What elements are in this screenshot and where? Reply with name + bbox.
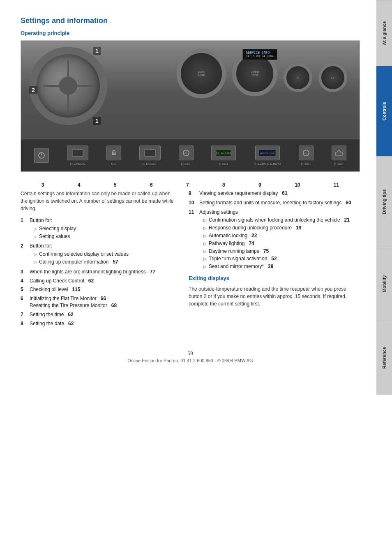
img-num-7: 7 xyxy=(186,182,189,188)
page-number: 59 xyxy=(21,351,360,356)
tab-at-glance[interactable]: At a glance xyxy=(376,0,392,66)
list-item-1: 1 Button for: ▷ Selecting display ▷ Sett… xyxy=(21,217,176,240)
tab-driving-tips[interactable]: Driving tips xyxy=(376,156,392,247)
list-item-2: 2 Button for: ▷ Confirming selected disp… xyxy=(21,243,176,266)
instrument-9: SERVICE-INFO ▷ SERVICE-INFO xyxy=(254,146,281,166)
list-item-7: 7 Setting the time 62 xyxy=(21,311,176,318)
img-num-4: 4 xyxy=(78,182,81,188)
img-num-6: 6 xyxy=(150,182,153,188)
exiting-displays-section: Exiting displays The outside-temperature… xyxy=(189,275,360,308)
img-num-3: 3 xyxy=(42,182,44,188)
instrument-11: ▷ SET xyxy=(332,146,346,166)
page-title: Settings and information xyxy=(21,16,360,25)
exiting-displays-title: Exiting displays xyxy=(189,275,360,281)
right-list: 9 Viewing service requirement display 61… xyxy=(189,190,360,271)
number-strip: 3 4 5 6 7 8 9 10 11 xyxy=(21,180,360,190)
subitem-automatic-locking: ▷ Automatic locking 22 xyxy=(199,232,350,239)
info-display: SERVICE-INFO 14:15 08.04.2004 xyxy=(242,49,277,60)
subitem-seat-mirror: ▷ Seat and mirror memory* 39 xyxy=(199,263,350,270)
tab-reference[interactable]: Reference xyxy=(376,321,392,395)
svg-text:i: i xyxy=(306,152,307,155)
subitem-daytime-running: ▷ Daytime running lamps 75 xyxy=(199,248,350,255)
img-num-9: 9 xyxy=(258,182,261,188)
footer: 59 Online Edition for Part no. 01 41 2 6… xyxy=(21,347,360,363)
subitem-selecting-display: ▷ Selecting display xyxy=(30,225,76,232)
tab-controls[interactable]: Controls xyxy=(376,66,392,156)
instrument-5: OIL xyxy=(106,146,121,166)
left-column: Certain settings and information can onl… xyxy=(21,190,176,330)
side-tabs: At a glance Controls Driving tips Mobili… xyxy=(376,0,392,555)
img-num-5: 5 xyxy=(114,182,117,188)
intro-text: Certain settings and information can onl… xyxy=(21,190,176,212)
main-content: Settings and information Operating princ… xyxy=(0,0,376,379)
list-item-5: 5 Checking oil level 115 xyxy=(21,286,176,293)
right-list-item-10: 10 Setting formats and units of measure,… xyxy=(189,199,360,206)
instrument-3 xyxy=(34,148,49,163)
img-num-8: 8 xyxy=(222,182,225,188)
right-column: 9 Viewing service requirement display 61… xyxy=(189,190,360,330)
right-list-item-11: 11 Adjusting settings ▷ Confirmation sig… xyxy=(189,209,360,271)
subitem-setting-values: ▷ Setting values xyxy=(30,233,76,240)
instrument-6: ▷ RESET xyxy=(139,146,161,166)
left-list: 1 Button for: ▷ Selecting display ▷ Sett… xyxy=(21,217,176,327)
img-num-10: 10 xyxy=(295,182,300,188)
right-list-item-9: 9 Viewing service requirement display 61 xyxy=(189,190,360,197)
subitem-confirmation-signals: ▷ Confirmation signals when locking and … xyxy=(199,217,350,224)
callout-2: 2 xyxy=(29,86,37,94)
svg-rect-2 xyxy=(72,150,83,156)
callout-1-top: 1 xyxy=(93,47,101,55)
instrument-4: ▷ CHECK xyxy=(67,146,88,166)
svg-point-4 xyxy=(113,153,115,154)
subitem-confirming: ▷ Confirming selected display or set val… xyxy=(30,251,129,258)
subsection-title: Operating principle xyxy=(21,30,360,36)
subitem-response-unlocking: ▷ Response during unlocking procedure 19 xyxy=(199,224,350,231)
svg-text:T: T xyxy=(185,152,187,155)
svg-rect-5 xyxy=(145,150,155,156)
list-item-4: 4 Calling up Check Control 62 xyxy=(21,278,176,284)
dashboard-image: 1 2 1 km/h0-240 ×1000RPM °C xyxy=(21,40,360,172)
exiting-displays-text: The outside-temperature reading and the … xyxy=(189,285,360,308)
footer-text: Online Edition for Part no. 01 41 2 600 … xyxy=(21,358,360,363)
instrument-7: T ▷ SET xyxy=(179,146,194,166)
list-item-6: 6 Initializing the Flat Tire Monitor 66 … xyxy=(21,295,176,309)
subitem-pathway-lighting: ▷ Pathway lighting 74 xyxy=(199,240,350,247)
subitem-triple-turn: ▷ Triple turn signal activation 52 xyxy=(199,255,350,262)
instrument-10: i ▷ SET xyxy=(299,146,314,166)
list-item-8: 8 Setting the date 62 xyxy=(21,320,176,327)
subitem-calling-computer: ▷ Calling up computer information 57 xyxy=(30,259,129,266)
callout-1-bottom: 1 xyxy=(93,117,101,125)
steering-wheel xyxy=(29,47,107,125)
img-num-11: 11 xyxy=(334,182,339,188)
list-item-3: 3 When the lights are on: instrument lig… xyxy=(21,268,176,275)
two-col-section: Certain settings and information can onl… xyxy=(21,190,360,330)
tab-mobility[interactable]: Mobility xyxy=(376,247,392,321)
instrument-8: 08.04.2004 ▷ SET xyxy=(211,146,236,166)
svg-text:SERVICE-INFO: SERVICE-INFO xyxy=(260,152,274,155)
instrument-row: ▷ CHECK OIL ▷ RESET xyxy=(21,139,360,171)
svg-text:08.04.2004: 08.04.2004 xyxy=(216,152,231,155)
